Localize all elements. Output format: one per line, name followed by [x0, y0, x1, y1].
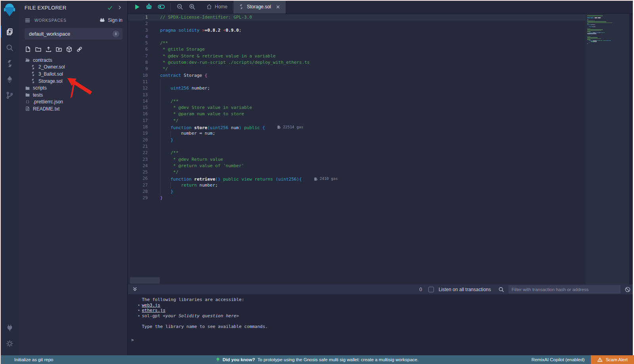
gas-estimate: 2410 gas — [314, 175, 338, 182]
tree-item-2-owner-sol[interactable]: 2_Owner.sol — [19, 64, 127, 71]
folder-open-icon — [25, 57, 30, 63]
init-git-repo-button[interactable]: Initialize as git repo — [0, 357, 53, 362]
terminal-panel: 0 Listen on all transactions The followi… — [128, 284, 634, 355]
file-explorer-toolbar — [19, 40, 127, 56]
gas-estimate: 22514 gas — [277, 124, 303, 130]
terminal-line: ethers.js — [128, 308, 634, 313]
editor-region: Home Storage.sol 1// SPDX-License-Identi… — [128, 0, 634, 355]
indent-guide — [170, 182, 171, 189]
tree-item-scripts[interactable]: scripts — [19, 84, 127, 91]
copilot-status[interactable]: RemixAI Copilot (enabled) — [531, 357, 584, 362]
zoom-in-icon[interactable] — [189, 3, 196, 10]
new-file-button[interactable] — [25, 46, 31, 53]
code-line: 23 * @dev Return value — [128, 156, 585, 163]
code-line: 7 * @dev Store & retrieve value in a var… — [128, 53, 585, 59]
terminal-line: sol-gpt <your Solidity question here> — [128, 313, 634, 319]
panel-title: FILE EXPLORER — [25, 5, 107, 11]
link-icon — [76, 46, 83, 53]
workspace-select[interactable]: default_workspace — [25, 28, 122, 40]
solidity-compiler-icon — [6, 59, 14, 68]
minimap[interactable] — [585, 14, 629, 284]
signin-controller-icon — [99, 17, 105, 23]
tab-storage-sol[interactable]: Storage.sol — [233, 0, 286, 13]
terminal-line: web3.js — [128, 303, 634, 308]
code-line: 4 — [128, 34, 585, 40]
code-line: 3pragma solidity >=0.8.2 <0.9.0; — [128, 27, 585, 34]
copilot-toggle[interactable] — [158, 3, 165, 10]
home-icon — [206, 4, 212, 10]
code-line: 25 */ — [128, 169, 585, 175]
code-line: 29} — [128, 195, 585, 201]
svg-text:{}: {} — [25, 100, 29, 104]
library-link[interactable]: ethers.js — [142, 308, 166, 313]
icon-sidebar — [0, 0, 19, 355]
cube-icon — [66, 46, 73, 53]
code-line: 28 } — [128, 189, 585, 195]
code-line: 21 — [128, 143, 585, 150]
folder-icon — [25, 92, 30, 98]
code-line: 27 return number; — [128, 182, 585, 189]
terminal-output: The following libraries are accessible:w… — [128, 294, 634, 355]
sidebar-deploy-run[interactable] — [0, 71, 19, 87]
code-line: 15 * @dev Store value in variable — [128, 105, 585, 111]
close-tab-icon[interactable] — [275, 4, 281, 10]
expand-terminal-icon[interactable] — [132, 286, 138, 292]
sidebar-plugin-manager[interactable] — [0, 320, 19, 335]
settings-icon — [6, 339, 14, 348]
search-icon[interactable] — [498, 286, 504, 293]
code-line: 8 * @custom:dev-run-script ./scripts/dep… — [128, 59, 585, 66]
tree-item-3-ballot-sol[interactable]: 3_Ballot.sol — [19, 71, 127, 78]
new-folder-icon — [35, 46, 42, 53]
code-line: 22 /** — [128, 150, 585, 156]
tree-item-tests[interactable]: tests — [19, 91, 127, 99]
terminal-header: 0 Listen on all transactions — [128, 284, 634, 294]
new-folder-button[interactable] — [35, 46, 42, 53]
sign-in-button[interactable]: Sign in — [99, 17, 122, 23]
transaction-count: 0 — [419, 287, 422, 292]
sidebar-file-explorer[interactable] — [0, 24, 19, 40]
transaction-filter-input[interactable] — [508, 285, 621, 293]
terminal-line: The following libraries are accessible: — [128, 297, 634, 303]
horizontal-scrollbar-thumb[interactable] — [130, 277, 160, 284]
sidebar-solidity-compiler[interactable] — [0, 55, 19, 71]
run-script-button[interactable] — [134, 4, 140, 10]
link-button[interactable] — [76, 46, 83, 53]
tree-item-storage-sol[interactable]: Storage.sol — [19, 78, 127, 85]
chevron-right-icon[interactable] — [117, 5, 122, 10]
code-line: 19 number = num; — [128, 130, 585, 137]
zoom-out-icon[interactable] — [176, 3, 183, 10]
library-link[interactable]: web3.js — [142, 303, 160, 308]
scam-alert-button[interactable]: Scam Alert — [591, 355, 634, 364]
fuel-pump-icon — [277, 125, 281, 129]
remixai-robot-icon[interactable] — [145, 3, 153, 10]
workspace-name: default_workspace — [29, 31, 113, 37]
code-editor[interactable]: 1// SPDX-License-Identifier: GPL-3.0 2 3… — [128, 14, 634, 284]
workspaces-label: WORKSPACES — [34, 18, 99, 23]
tree-item-readme-txt[interactable]: README.txt — [19, 105, 127, 112]
remix-ide-window: FILE EXPLORER WORKSPACES Sign in default… — [0, 0, 634, 364]
upload-folder-button[interactable] — [55, 46, 62, 53]
sidebar-settings[interactable] — [0, 335, 19, 351]
status-bar: Initialize as git repo Did you know? To … — [0, 355, 634, 364]
file-tree: contracts 2_Owner.sol 3_Ballot.sol Stora… — [19, 56, 127, 112]
file-explorer-icon — [6, 28, 14, 36]
code-line: 12 uint256 number; — [128, 85, 585, 91]
listen-transactions-checkbox[interactable] — [428, 287, 434, 292]
code-line: 9 */ — [128, 66, 585, 72]
upload-files-button[interactable] — [45, 46, 52, 53]
tree-item-prettierrc-json[interactable]: {} .prettierrc.json — [19, 99, 127, 106]
code-line: 20 } — [128, 137, 585, 143]
sidebar-git[interactable] — [0, 87, 19, 103]
sidebar-search[interactable] — [0, 40, 19, 55]
plugin-manager-icon — [6, 324, 14, 332]
tab-home[interactable]: Home — [201, 0, 233, 13]
indent-guide — [170, 130, 171, 137]
tree-item-contracts[interactable]: contracts — [19, 57, 127, 64]
workspace-caret-icon — [113, 30, 119, 37]
hamburger-icon[interactable] — [25, 17, 31, 23]
remix-logo-icon[interactable] — [2, 2, 17, 18]
fuel-pump-icon — [314, 177, 318, 181]
cube-button[interactable] — [66, 46, 73, 53]
clear-console-icon[interactable] — [624, 286, 631, 293]
braces-icon: {} — [25, 99, 30, 105]
